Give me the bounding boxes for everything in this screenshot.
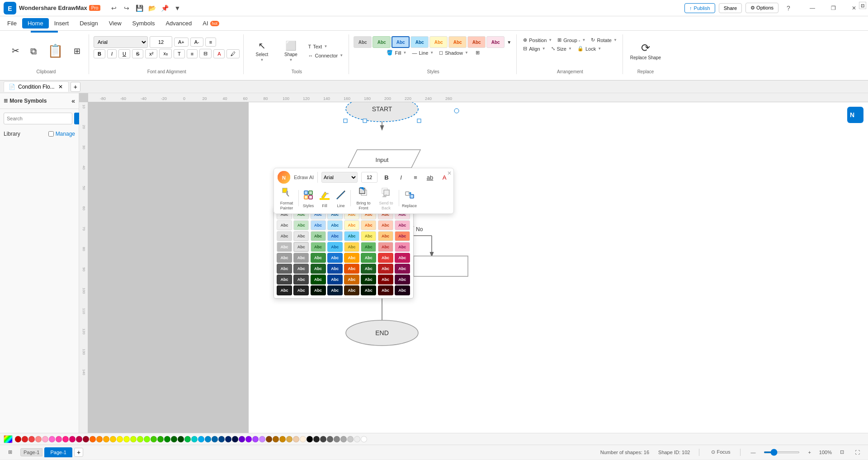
color-dot[interactable] — [144, 436, 150, 442]
color-dot[interactable] — [35, 436, 42, 442]
float-toolbar-close[interactable]: ✕ — [447, 170, 452, 176]
style-cell[interactable]: Abc — [327, 253, 343, 263]
strikethrough-button[interactable]: S — [132, 49, 143, 58]
style-cell[interactable]: Abc — [378, 253, 393, 263]
style-cell[interactable]: Abc — [361, 264, 376, 274]
line-ft-button[interactable] — [334, 188, 348, 203]
color-dot[interactable] — [293, 436, 299, 442]
style-cell[interactable]: Abc — [395, 242, 410, 252]
color-dot[interactable] — [232, 436, 238, 442]
color-dot[interactable] — [171, 436, 177, 442]
sidebar-collapse-icon[interactable]: ≡ — [4, 97, 8, 105]
style-cell[interactable]: Abc — [361, 220, 376, 230]
color-picker-button[interactable] — [4, 435, 13, 443]
size-button[interactable]: ⤡ Size ▼ — [549, 45, 574, 52]
send-to-back-button[interactable] — [379, 185, 393, 200]
style-cell[interactable]: Abc — [344, 275, 359, 285]
color-dot[interactable] — [286, 436, 292, 442]
style-cell[interactable]: Abc — [344, 242, 359, 252]
new-tab-button[interactable]: + — [71, 82, 80, 92]
italic-button[interactable]: I — [107, 49, 117, 58]
color-dot[interactable] — [62, 436, 69, 442]
style-cell[interactable]: Abc — [344, 264, 359, 274]
increase-font-button[interactable]: A+ — [174, 38, 189, 47]
paste-button[interactable]: 📋 — [43, 40, 67, 62]
style-swatch-3[interactable]: Abc — [392, 36, 410, 48]
float-underline[interactable]: ab — [425, 173, 435, 182]
font-size-input[interactable] — [150, 36, 172, 48]
style-cell[interactable]: Abc — [327, 242, 343, 252]
style-cell[interactable]: Abc — [395, 275, 410, 285]
style-cell[interactable]: Abc — [293, 253, 309, 263]
menu-home[interactable]: Home — [22, 18, 49, 28]
style-cell[interactable]: Abc — [277, 231, 292, 241]
style-cell[interactable]: Abc — [293, 285, 309, 295]
style-cell[interactable]: Abc — [327, 275, 343, 285]
style-cell[interactable]: Abc — [311, 285, 326, 295]
style-cell[interactable]: Abc — [277, 275, 292, 285]
style-cell[interactable]: Abc — [311, 264, 326, 274]
fill-button[interactable]: 🪣 Fill ▼ — [385, 49, 408, 57]
style-cell[interactable]: Abc — [311, 220, 326, 230]
style-cell[interactable]: Abc — [293, 220, 309, 230]
minimize-button[interactable]: — — [802, 0, 823, 16]
edraw-ai-label[interactable]: Edraw AI — [294, 175, 314, 180]
style-cell[interactable]: Abc — [311, 231, 326, 241]
style-cell[interactable]: Abc — [327, 285, 343, 295]
color-dot[interactable] — [130, 436, 137, 442]
style-cell[interactable]: Abc — [344, 220, 359, 230]
style-cell[interactable]: Abc — [277, 264, 292, 274]
color-dot[interactable] — [205, 436, 211, 442]
color-dot[interactable] — [164, 436, 170, 442]
style-cell[interactable]: Abc — [344, 231, 359, 241]
font-color-button[interactable]: A — [213, 49, 225, 58]
color-dot[interactable] — [110, 436, 116, 442]
align-btn[interactable]: ⊟ Align ▼ — [521, 45, 547, 52]
font-family-select[interactable]: Arial — [94, 36, 148, 48]
style-cell[interactable]: Abc — [361, 253, 376, 263]
color-dot[interactable] — [56, 436, 62, 442]
color-dot[interactable] — [22, 436, 28, 442]
color-dot[interactable] — [218, 436, 225, 442]
fit-page-button[interactable]: ⊡ — [837, 448, 847, 456]
style-cell[interactable]: Abc — [361, 275, 376, 285]
decrease-font-button[interactable]: A- — [190, 38, 203, 47]
connector-tool-button[interactable]: ↔ Connector ▼ — [306, 52, 345, 59]
line-button[interactable]: — Line ▼ — [410, 49, 435, 57]
sidebar-collapse-button[interactable]: « — [71, 97, 75, 104]
color-dot[interactable] — [212, 436, 218, 442]
style-cell[interactable]: Abc — [293, 231, 309, 241]
style-swatch-7[interactable]: Abc — [467, 36, 486, 48]
position-button[interactable]: ⊕ Position ▼ — [521, 36, 554, 44]
replace-ft-button[interactable] — [403, 188, 416, 203]
styles-expand-button[interactable]: ⊞ — [474, 49, 481, 57]
style-swatch-4[interactable]: Abc — [410, 36, 429, 48]
color-dot[interactable] — [245, 436, 252, 442]
color-dot[interactable] — [225, 436, 231, 442]
color-dot[interactable] — [96, 436, 103, 442]
color-dot[interactable] — [266, 436, 272, 442]
highlight-button[interactable]: 🖊 — [226, 49, 240, 58]
ribbon-expand-button[interactable]: ⊡ — [859, 2, 866, 9]
manage-checkbox[interactable] — [48, 131, 54, 137]
rotate-button[interactable]: ↻ Rotate ▼ — [589, 36, 618, 44]
style-cell[interactable]: Abc — [395, 220, 410, 230]
style-cell[interactable]: Abc — [311, 242, 326, 252]
page-tab-1[interactable]: Page-1 — [44, 447, 72, 457]
menu-advanced[interactable]: Advanced — [160, 18, 197, 28]
menu-design[interactable]: Design — [74, 18, 103, 28]
open-button[interactable]: 📂 — [146, 2, 158, 14]
color-dot[interactable] — [42, 436, 48, 442]
float-align[interactable]: ≡ — [410, 173, 421, 182]
color-dot[interactable] — [123, 436, 130, 442]
text-tool-button[interactable]: T Text ▼ — [306, 43, 345, 50]
style-cell[interactable]: Abc — [395, 231, 410, 241]
add-page-button[interactable]: + — [74, 448, 83, 457]
color-dot[interactable] — [157, 436, 164, 442]
style-cell[interactable]: Abc — [395, 253, 410, 263]
redo-button[interactable]: ↪ — [120, 2, 133, 14]
style-cell[interactable]: Abc — [378, 264, 393, 274]
color-dot[interactable] — [300, 436, 306, 442]
color-dot[interactable] — [347, 436, 354, 442]
underline-button[interactable]: U — [118, 49, 130, 58]
